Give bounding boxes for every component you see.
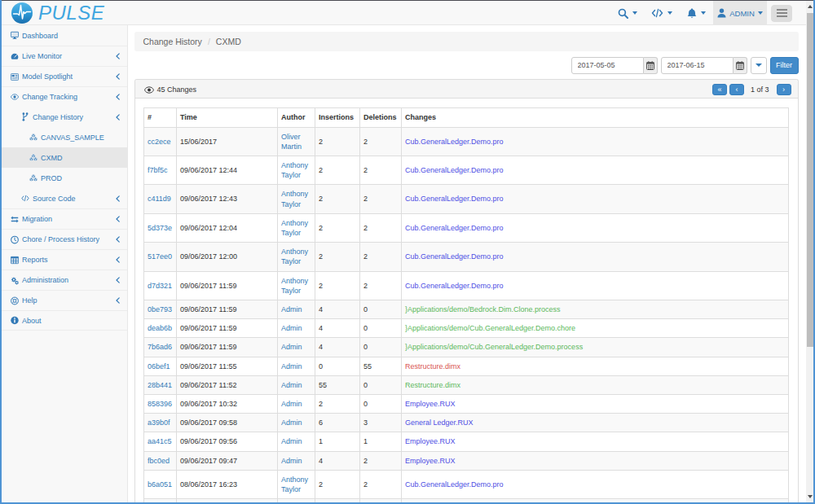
sidebar-item-live-monitor[interactable]: Live Monitor [2, 46, 127, 66]
notifications-dropdown[interactable] [679, 1, 713, 25]
insertions-count: 55 [315, 375, 360, 394]
change-cell: Restructure.dimx [402, 357, 789, 375]
author-link[interactable]: Anthony Taylor [281, 277, 308, 295]
commit-hash-link[interactable]: 06bef1 [148, 362, 170, 370]
sidebar-item-prod[interactable]: PROD [2, 168, 127, 188]
change-file-link[interactable]: }Applications/demo/Cub.GeneralLedger.Dem… [405, 343, 583, 351]
change-cell: }Applications/demo/Bedrock.Dim.Clone.pro… [402, 300, 789, 318]
commit-hash-link[interactable]: cc2ece [148, 138, 171, 146]
author-link[interactable]: Admin [281, 324, 302, 332]
change-file-link[interactable]: Cub.GeneralLedger.Demo.pro [405, 480, 504, 489]
change-file-link[interactable]: }Applications/demo/Cub.GeneralLedger.Dem… [405, 324, 575, 332]
chevron-left-icon [116, 53, 119, 59]
author-link[interactable]: Admin [281, 400, 302, 408]
commit-hash-link[interactable]: 517ee0 [148, 252, 172, 261]
author-link[interactable]: Anthony Taylor [281, 248, 308, 265]
commit-hash-link[interactable]: 28b441 [148, 381, 172, 389]
sidebar-item-label: About [22, 317, 42, 325]
sidebar-item-about[interactable]: About [2, 310, 127, 331]
author-link[interactable]: Anthony Taylor [281, 161, 308, 179]
sidebar-item-migration[interactable]: Migration [2, 208, 127, 229]
change-file-link[interactable]: Employee.RUX [405, 437, 456, 445]
sidebar-item-dashboard[interactable]: Dashboard [2, 25, 127, 46]
pulse-logo[interactable]: PULSE [11, 2, 104, 24]
date-to-calendar-button[interactable] [734, 57, 747, 74]
admin-menu[interactable]: ADMIN [713, 1, 767, 25]
breadcrumb: Change History / CXMD [134, 32, 799, 51]
scrollbar-down-arrow[interactable] [806, 491, 813, 502]
change-file-link[interactable]: }Applications/demo/Bedrock.Dim.Clone.pro… [405, 305, 561, 313]
change-cell: Employee.RUX [402, 451, 789, 470]
commit-hash-link[interactable]: b6a051 [148, 480, 172, 489]
chevron-left-icon [116, 195, 119, 202]
commit-hash-link[interactable]: 7b6ad6 [148, 343, 172, 351]
commit-hash-link[interactable]: 858396 [148, 400, 172, 408]
commit-hash-link[interactable]: d7d321 [148, 282, 172, 290]
change-file-link[interactable]: Restructure.dimx [405, 381, 460, 389]
change-file-link[interactable]: General Ledger.RUX [405, 419, 474, 427]
user-icon [717, 8, 726, 18]
author-link[interactable]: Admin [281, 419, 302, 427]
author-link[interactable]: Anthony Taylor [281, 476, 308, 493]
change-file-link[interactable]: Cub.GeneralLedger.Demo.pro [405, 252, 504, 261]
commit-hash-link[interactable]: aa41c5 [148, 437, 172, 445]
sidebar-item-label: CANVAS_SAMPLE [41, 134, 104, 142]
sidebar-item-administration[interactable]: Administration [2, 270, 127, 290]
author-link[interactable]: Oliver Martin [281, 133, 302, 151]
pagination-prev-button[interactable]: ‹ [729, 84, 744, 95]
change-cell: Cub.GeneralLedger.Demo.pro [402, 185, 789, 213]
table-row: 0be79309/06/2017 11:59Admin40}Applicatio… [144, 300, 789, 318]
filter-options-dropdown-button[interactable] [751, 57, 767, 74]
navbar-toggle-button[interactable] [771, 5, 792, 22]
change-file-link[interactable]: Cub.GeneralLedger.Demo.pro [405, 224, 504, 232]
window-frame-top [0, 0, 815, 1]
breadcrumb-parent[interactable]: Change History [143, 37, 202, 46]
author-link[interactable]: Admin [281, 381, 302, 389]
change-file-link[interactable]: Cub.GeneralLedger.Demo.pro [405, 282, 504, 290]
change-file-link[interactable]: Cub.GeneralLedger.Demo.pro [405, 195, 504, 203]
sidebar-item-chore-process-history[interactable]: Chore / Process History [2, 229, 127, 249]
commit-hash-link[interactable]: a39b0f [148, 419, 170, 427]
author-link[interactable]: Admin [281, 343, 302, 351]
date-to-input[interactable] [661, 57, 734, 74]
sidebar-item-help[interactable]: Help [2, 290, 127, 310]
change-file-link[interactable]: Restructure.dimx [405, 362, 460, 370]
commit-hash-link[interactable]: f7bf5c [148, 166, 168, 174]
author-link[interactable]: Admin [281, 305, 302, 313]
author-link[interactable]: Admin [281, 437, 302, 445]
sidebar-item-change-tracking[interactable]: Change Tracking [2, 86, 127, 107]
commit-hash-link[interactable]: deab6b [148, 324, 172, 332]
change-file-link[interactable]: Employee.RUX [405, 400, 456, 408]
code-dropdown[interactable] [645, 1, 679, 25]
commit-hash-link[interactable]: 5d373e [148, 224, 172, 232]
change-file-link[interactable]: Cub.GeneralLedger.Demo.pro [405, 166, 504, 174]
sidebar-item-change-history[interactable]: Change History [2, 107, 127, 127]
search-dropdown[interactable] [610, 1, 645, 25]
sidebar-item-canvas-sample[interactable]: CANVAS_SAMPLE [2, 127, 127, 147]
eye-icon [11, 93, 19, 102]
date-from-calendar-button[interactable] [644, 57, 658, 74]
commit-hash-link[interactable]: fbc0ed [148, 457, 170, 465]
pagination-next-button[interactable]: › [777, 84, 791, 95]
author-link[interactable]: Admin [281, 362, 302, 370]
filter-button[interactable]: Filter [770, 57, 799, 74]
author-link[interactable]: Admin [281, 457, 302, 465]
scrollbar-up-arrow[interactable] [806, 1, 813, 12]
sidebar-item-reports[interactable]: Reports [2, 249, 127, 270]
commit-hash-link[interactable]: c411d9 [148, 195, 171, 203]
change-file-link[interactable]: Employee.RUX [405, 457, 456, 465]
pulse-logo-icon [11, 2, 33, 24]
commit-hash-link[interactable]: 0be793 [148, 305, 172, 313]
sidebar-item-model-spotlight[interactable]: Model Spotlight [2, 66, 127, 86]
scrollbar-thumb[interactable] [807, 13, 814, 347]
commit-time: 09/06/2017 11:59 [177, 300, 278, 318]
sidebar-item-cxmd[interactable]: CXMD [2, 147, 127, 168]
sidebar-item-label: Model Spotlight [22, 72, 73, 81]
calendar-icon [646, 61, 654, 70]
author-link[interactable]: Anthony Taylor [281, 190, 308, 208]
pagination-first-button[interactable]: « [712, 84, 727, 95]
sidebar-item-source-code[interactable]: Source Code [2, 188, 127, 208]
change-file-link[interactable]: Cub.GeneralLedger.Demo.pro [405, 138, 504, 146]
date-from-input[interactable] [571, 57, 644, 74]
author-link[interactable]: Anthony Taylor [281, 219, 308, 237]
